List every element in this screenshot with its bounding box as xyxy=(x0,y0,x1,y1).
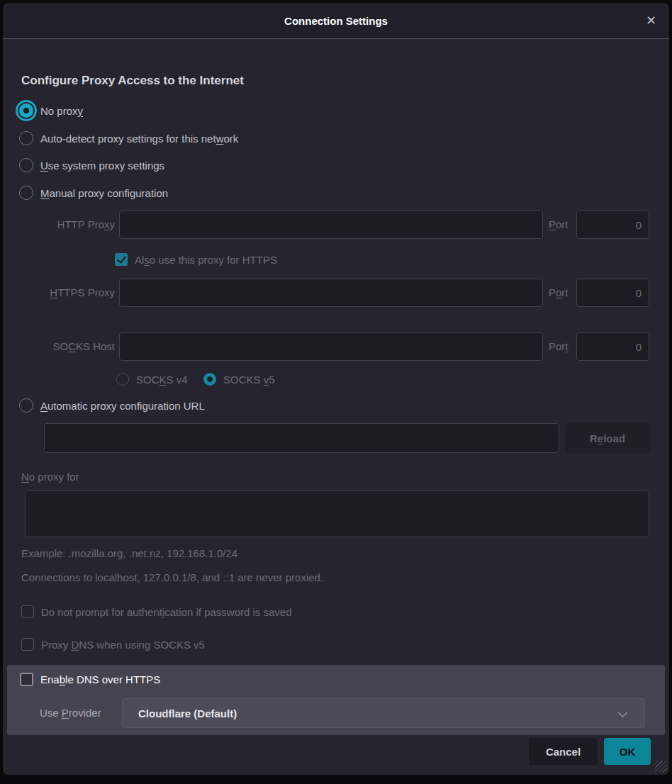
enable-doh-row: Enable DNS over HTTPS xyxy=(20,669,160,689)
proxy-dns-row: Proxy DNS when using SOCKS v5 xyxy=(21,634,205,654)
radio-label-auto-detect[interactable]: Auto-detect proxy settings for this netw… xyxy=(40,133,238,145)
reload-button[interactable]: Reload xyxy=(565,423,650,453)
checkbox-label-also-https[interactable]: Also use this proxy for HTTPS xyxy=(135,254,277,266)
checkbox-no-prompt-auth[interactable] xyxy=(21,605,34,618)
https-proxy-input[interactable] xyxy=(119,279,543,307)
socks-port-input[interactable] xyxy=(576,332,649,361)
radio-socks-v4[interactable] xyxy=(116,373,129,386)
no-proxy-for-textarea[interactable] xyxy=(25,491,649,537)
https-port-label: Port xyxy=(549,279,569,307)
checkbox-label-no-prompt-auth[interactable]: Do not prompt for authentication if pass… xyxy=(41,606,292,618)
radio-label-system-proxy[interactable]: Use system proxy settings xyxy=(40,159,164,172)
cancel-button[interactable]: Cancel xyxy=(529,738,598,765)
radio-row-auto-detect: Auto-detect proxy settings for this netw… xyxy=(19,128,238,148)
radio-row-auto-url: Automatic proxy configuration URL xyxy=(19,396,205,415)
cancel-button-label: Cancel xyxy=(546,746,581,758)
socks-host-label: SOCKS Host xyxy=(21,332,115,361)
socks-v5-row: SOCKS v5 xyxy=(203,369,275,389)
also-https-row: Also use this proxy for HTTPS xyxy=(115,250,277,269)
radio-row-system-proxy: Use system proxy settings xyxy=(19,155,164,175)
connection-settings-dialog: Connection Settings ✕ Configure Proxy Ac… xyxy=(3,3,669,775)
https-port-input[interactable] xyxy=(576,279,649,307)
radio-label-socks-v4[interactable]: SOCKS v4 xyxy=(136,374,188,386)
radio-system-proxy[interactable] xyxy=(19,158,33,172)
checkbox-label-enable-doh[interactable]: Enable DNS over HTTPS xyxy=(40,673,160,685)
reload-button-label: Reload xyxy=(590,432,625,444)
ok-button-label: OK xyxy=(620,746,636,758)
dialog-title: Connection Settings xyxy=(3,3,669,39)
resize-grip[interactable] xyxy=(655,761,667,773)
https-proxy-label: HTTPS Proxy xyxy=(21,279,115,307)
section-heading: Configure Proxy Access to the Internet xyxy=(21,74,244,88)
close-icon[interactable]: ✕ xyxy=(646,3,656,39)
http-port-label: Port xyxy=(549,211,569,239)
checkbox-also-https[interactable] xyxy=(115,253,128,266)
radio-socks-v5[interactable] xyxy=(203,373,216,386)
checkbox-proxy-dns[interactable] xyxy=(21,638,34,651)
http-proxy-label: HTTP Proxy xyxy=(21,211,115,239)
radio-label-no-proxy[interactable]: No proxy xyxy=(40,105,83,117)
auto-url-input[interactable] xyxy=(44,423,559,453)
doh-provider-select[interactable]: Cloudflare (Default) xyxy=(122,698,645,728)
ok-button[interactable]: OK xyxy=(604,738,651,765)
http-port-input[interactable] xyxy=(576,211,649,239)
no-proxy-example-text: Example: .mozilla.org, .net.nz, 192.168.… xyxy=(21,547,237,559)
use-provider-label: Use Provider xyxy=(40,699,101,727)
checkbox-label-proxy-dns[interactable]: Proxy DNS when using SOCKS v5 xyxy=(41,639,205,651)
radio-manual-proxy[interactable] xyxy=(19,186,33,200)
radio-row-no-proxy: No proxy xyxy=(19,101,83,121)
socks-host-input[interactable] xyxy=(119,332,543,361)
dialog-titlebar: Connection Settings ✕ xyxy=(3,3,669,39)
radio-row-manual-proxy: Manual proxy configuration xyxy=(19,183,168,203)
radio-auto-url[interactable] xyxy=(19,398,33,413)
no-proxy-for-label: No proxy for xyxy=(21,471,79,483)
chevron-down-icon xyxy=(618,708,627,717)
checkbox-enable-doh[interactable] xyxy=(20,673,33,686)
doh-provider-value: Cloudflare (Default) xyxy=(138,707,237,719)
radio-label-socks-v5[interactable]: SOCKS v5 xyxy=(223,374,275,386)
radio-no-proxy[interactable] xyxy=(19,103,33,118)
radio-label-auto-url[interactable]: Automatic proxy configuration URL xyxy=(40,400,205,412)
socks-v4-row: SOCKS v4 xyxy=(116,369,188,389)
http-proxy-input[interactable] xyxy=(119,211,543,239)
no-prompt-auth-row: Do not prompt for authentication if pass… xyxy=(21,602,292,622)
radio-auto-detect[interactable] xyxy=(19,131,33,145)
dns-over-https-section: Enable DNS over HTTPS Use Provider Cloud… xyxy=(7,665,665,735)
localhost-note-text: Connections to localhost, 127.0.0.1/8, a… xyxy=(21,571,323,583)
socks-port-label: Port xyxy=(549,332,569,361)
radio-label-manual-proxy[interactable]: Manual proxy configuration xyxy=(40,187,168,199)
